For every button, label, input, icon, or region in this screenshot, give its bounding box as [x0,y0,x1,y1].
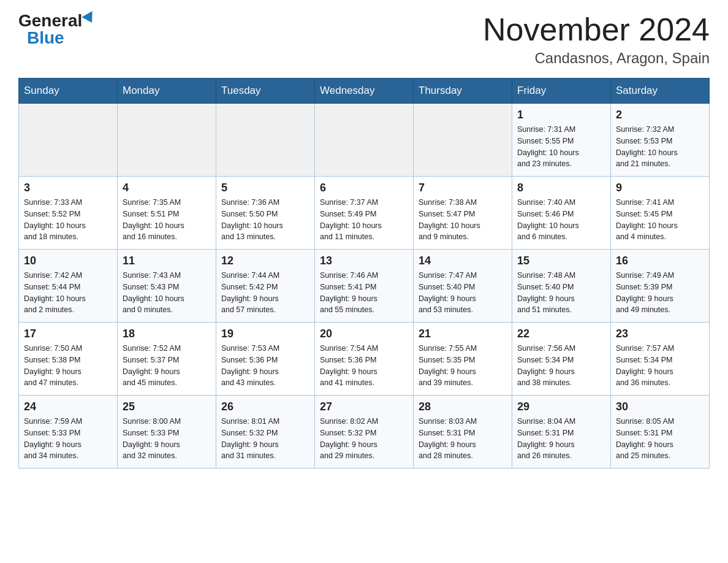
day-info: Sunrise: 7:59 AM Sunset: 5:33 PM Dayligh… [24,416,112,462]
calendar-cell: 21Sunrise: 7:55 AM Sunset: 5:35 PM Dayli… [414,323,512,396]
calendar-cell: 24Sunrise: 7:59 AM Sunset: 5:33 PM Dayli… [19,396,118,469]
calendar-cell: 9Sunrise: 7:41 AM Sunset: 5:45 PM Daylig… [611,177,710,250]
day-number: 20 [320,327,408,340]
day-info: Sunrise: 7:56 AM Sunset: 5:34 PM Dayligh… [517,343,605,389]
calendar-week-2: 3Sunrise: 7:33 AM Sunset: 5:52 PM Daylig… [19,177,710,250]
calendar-cell: 20Sunrise: 7:54 AM Sunset: 5:36 PM Dayli… [315,323,414,396]
day-number: 10 [24,255,112,267]
calendar-cell: 13Sunrise: 7:46 AM Sunset: 5:41 PM Dayli… [315,250,414,323]
logo: General Blue [18,12,96,47]
day-number: 21 [419,327,507,340]
calendar-cell: 7Sunrise: 7:38 AM Sunset: 5:47 PM Daylig… [414,177,512,250]
day-number: 3 [24,182,112,194]
calendar-cell: 28Sunrise: 8:03 AM Sunset: 5:31 PM Dayli… [414,396,512,469]
day-number: 12 [221,255,309,267]
day-number: 23 [616,327,704,340]
day-number: 17 [24,327,112,340]
day-info: Sunrise: 7:55 AM Sunset: 5:35 PM Dayligh… [419,343,507,389]
day-number: 25 [123,400,211,413]
day-number: 30 [616,400,704,413]
calendar-cell: 5Sunrise: 7:36 AM Sunset: 5:50 PM Daylig… [216,177,315,250]
day-info: Sunrise: 7:38 AM Sunset: 5:47 PM Dayligh… [419,197,507,243]
day-info: Sunrise: 7:35 AM Sunset: 5:51 PM Dayligh… [123,197,211,243]
day-number: 5 [221,182,309,194]
day-number: 14 [419,255,507,267]
header-cell-friday: Friday [512,79,611,104]
day-info: Sunrise: 8:02 AM Sunset: 5:32 PM Dayligh… [320,416,408,462]
header-cell-monday: Monday [118,79,216,104]
day-info: Sunrise: 7:48 AM Sunset: 5:40 PM Dayligh… [517,270,605,316]
logo-general-text: General [18,12,82,29]
calendar-cell: 15Sunrise: 7:48 AM Sunset: 5:40 PM Dayli… [512,250,611,323]
day-number: 26 [221,400,309,413]
day-info: Sunrise: 7:43 AM Sunset: 5:43 PM Dayligh… [123,270,211,316]
calendar-cell: 22Sunrise: 7:56 AM Sunset: 5:34 PM Dayli… [512,323,611,396]
header-cell-thursday: Thursday [414,79,512,104]
header-row: SundayMondayTuesdayWednesdayThursdayFrid… [19,79,710,104]
calendar-cell: 18Sunrise: 7:52 AM Sunset: 5:37 PM Dayli… [118,323,216,396]
calendar-cell: 29Sunrise: 8:04 AM Sunset: 5:31 PM Dayli… [512,396,611,469]
day-number: 18 [123,327,211,340]
day-info: Sunrise: 7:49 AM Sunset: 5:39 PM Dayligh… [616,270,704,316]
day-number: 4 [123,182,211,194]
day-info: Sunrise: 7:33 AM Sunset: 5:52 PM Dayligh… [24,197,112,243]
calendar-cell: 3Sunrise: 7:33 AM Sunset: 5:52 PM Daylig… [19,177,118,250]
day-info: Sunrise: 7:41 AM Sunset: 5:45 PM Dayligh… [616,197,704,243]
day-info: Sunrise: 7:47 AM Sunset: 5:40 PM Dayligh… [419,270,507,316]
day-number: 11 [123,255,211,267]
day-info: Sunrise: 8:05 AM Sunset: 5:31 PM Dayligh… [616,416,704,462]
calendar-cell: 25Sunrise: 8:00 AM Sunset: 5:33 PM Dayli… [118,396,216,469]
day-info: Sunrise: 7:46 AM Sunset: 5:41 PM Dayligh… [320,270,408,316]
day-info: Sunrise: 7:37 AM Sunset: 5:49 PM Dayligh… [320,197,408,243]
calendar-cell [19,104,118,177]
page-header: General Blue November 2024 Candasnos, Ar… [18,12,710,67]
calendar-week-5: 24Sunrise: 7:59 AM Sunset: 5:33 PM Dayli… [19,396,710,469]
calendar-table: SundayMondayTuesdayWednesdayThursdayFrid… [18,78,710,469]
calendar-cell [414,104,512,177]
day-info: Sunrise: 7:50 AM Sunset: 5:38 PM Dayligh… [24,343,112,389]
day-info: Sunrise: 8:01 AM Sunset: 5:32 PM Dayligh… [221,416,309,462]
day-info: Sunrise: 7:32 AM Sunset: 5:53 PM Dayligh… [616,124,704,170]
day-number: 8 [517,182,605,194]
header-cell-wednesday: Wednesday [315,79,414,104]
day-info: Sunrise: 7:44 AM Sunset: 5:42 PM Dayligh… [221,270,309,316]
header-cell-tuesday: Tuesday [216,79,315,104]
day-number: 22 [517,327,605,340]
day-info: Sunrise: 7:40 AM Sunset: 5:46 PM Dayligh… [517,197,605,243]
header-cell-sunday: Sunday [19,79,118,104]
day-number: 28 [419,400,507,413]
day-number: 15 [517,255,605,267]
day-number: 16 [616,255,704,267]
calendar-cell: 30Sunrise: 8:05 AM Sunset: 5:31 PM Dayli… [611,396,710,469]
calendar-header: SundayMondayTuesdayWednesdayThursdayFrid… [19,79,710,104]
day-number: 24 [24,400,112,413]
day-info: Sunrise: 7:42 AM Sunset: 5:44 PM Dayligh… [24,270,112,316]
calendar-cell: 26Sunrise: 8:01 AM Sunset: 5:32 PM Dayli… [216,396,315,469]
day-number: 13 [320,255,408,267]
calendar-cell: 1Sunrise: 7:31 AM Sunset: 5:55 PM Daylig… [512,104,611,177]
title-block: November 2024 Candasnos, Aragon, Spain [483,12,710,67]
day-info: Sunrise: 8:04 AM Sunset: 5:31 PM Dayligh… [517,416,605,462]
calendar-cell: 6Sunrise: 7:37 AM Sunset: 5:49 PM Daylig… [315,177,414,250]
day-number: 1 [517,109,605,121]
logo-blue-text: Blue [27,29,64,47]
calendar-week-1: 1Sunrise: 7:31 AM Sunset: 5:55 PM Daylig… [19,104,710,177]
calendar-cell: 19Sunrise: 7:53 AM Sunset: 5:36 PM Dayli… [216,323,315,396]
header-cell-saturday: Saturday [611,79,710,104]
day-number: 27 [320,400,408,413]
day-info: Sunrise: 7:53 AM Sunset: 5:36 PM Dayligh… [221,343,309,389]
calendar-cell [315,104,414,177]
calendar-cell: 10Sunrise: 7:42 AM Sunset: 5:44 PM Dayli… [19,250,118,323]
calendar-cell: 17Sunrise: 7:50 AM Sunset: 5:38 PM Dayli… [19,323,118,396]
month-title: November 2024 [483,12,710,47]
calendar-cell: 12Sunrise: 7:44 AM Sunset: 5:42 PM Dayli… [216,250,315,323]
calendar-cell: 2Sunrise: 7:32 AM Sunset: 5:53 PM Daylig… [611,104,710,177]
calendar-cell: 27Sunrise: 8:02 AM Sunset: 5:32 PM Dayli… [315,396,414,469]
day-number: 6 [320,182,408,194]
calendar-cell: 4Sunrise: 7:35 AM Sunset: 5:51 PM Daylig… [118,177,216,250]
day-info: Sunrise: 7:31 AM Sunset: 5:55 PM Dayligh… [517,124,605,170]
calendar-week-3: 10Sunrise: 7:42 AM Sunset: 5:44 PM Dayli… [19,250,710,323]
location-subtitle: Candasnos, Aragon, Spain [483,50,710,67]
calendar-cell [118,104,216,177]
calendar-cell: 16Sunrise: 7:49 AM Sunset: 5:39 PM Dayli… [611,250,710,323]
